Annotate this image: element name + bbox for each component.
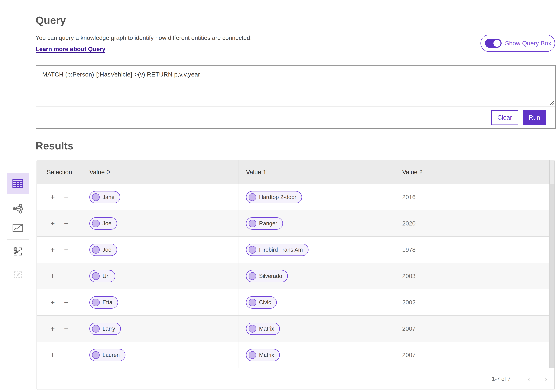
query-description: You can query a knowledge graph to ident…	[35, 34, 252, 41]
learn-more-link[interactable]: Learn more about Query	[35, 46, 105, 52]
add-to-selection-button[interactable]: +	[49, 219, 56, 228]
entity-pill[interactable]: Civic	[246, 296, 277, 309]
node-icon	[249, 272, 256, 280]
add-to-selection-button[interactable]: +	[49, 325, 56, 333]
entity-pill[interactable]: Uri	[89, 270, 115, 282]
entity-label: Firebird Trans Am	[259, 247, 303, 253]
sidebar-divider	[7, 240, 29, 240]
table-row: + − Lauren Matrix 2007	[37, 342, 554, 368]
value1-cell: Ranger	[239, 210, 395, 236]
table-row: + − Joe Firebird Trans Am 1978	[37, 236, 554, 263]
value0-cell: Lauren	[82, 342, 239, 368]
remove-from-selection-button[interactable]: −	[63, 219, 70, 228]
column-header-value0: Value 0	[82, 160, 239, 184]
query-actions: Clear Run	[36, 107, 555, 128]
entity-pill[interactable]: Joe	[89, 244, 117, 256]
entity-label: Larry	[103, 325, 115, 332]
entity-pill[interactable]: Larry	[89, 323, 121, 335]
node-icon	[92, 246, 100, 254]
entity-pill[interactable]: Ranger	[246, 217, 283, 230]
toggle-knob	[493, 40, 500, 47]
run-button[interactable]: Run	[523, 110, 546, 125]
remove-from-selection-button[interactable]: −	[63, 298, 70, 307]
value1-cell: Firebird Trans Am	[239, 237, 395, 263]
toggle-label: Show Query Box	[505, 40, 551, 47]
entity-label: Etta	[103, 299, 112, 306]
add-to-selection-button[interactable]: +	[49, 298, 56, 307]
results-title: Results	[35, 140, 73, 152]
selection-cell: + −	[37, 263, 82, 289]
query-title: Query	[35, 14, 66, 26]
value0-cell: Larry	[82, 316, 239, 342]
query-editor[interactable]: MATCH (p:Person)-[:HasVehicle]->(v) RETU…	[36, 66, 555, 107]
entity-pill[interactable]: Firebird Trans Am	[246, 244, 308, 256]
value1-cell: Silverado	[239, 263, 395, 289]
vertical-scrollbar[interactable]	[549, 184, 554, 368]
link-chart-view-icon[interactable]	[7, 201, 29, 216]
value2-cell: 2007	[395, 342, 549, 368]
add-to-selection-button[interactable]: +	[49, 272, 56, 280]
add-to-selection-button[interactable]: +	[49, 193, 56, 201]
table-view-icon[interactable]	[7, 173, 29, 194]
value1-cell: Civic	[239, 289, 395, 315]
entity-label: Silverado	[259, 273, 282, 279]
next-page-icon[interactable]: ›	[543, 375, 549, 383]
value0-cell: Jane	[82, 184, 239, 210]
value1-cell: Matrix	[239, 342, 395, 368]
node-icon	[249, 193, 256, 201]
resize-handle-icon[interactable]	[547, 99, 554, 106]
toggle-switch-icon[interactable]	[485, 39, 502, 48]
show-query-box-toggle[interactable]: Show Query Box	[480, 35, 555, 52]
value1-cell: Matrix	[239, 316, 395, 342]
node-icon	[249, 220, 256, 227]
year-value: 2016	[402, 194, 416, 200]
remove-from-selection-button[interactable]: −	[63, 245, 70, 254]
entity-pill[interactable]: Silverado	[246, 270, 288, 282]
node-icon	[249, 325, 256, 333]
entity-pill[interactable]: Matrix	[246, 323, 280, 335]
value0-cell: Joe	[82, 210, 239, 236]
table-body: + − Jane Hardtop 2-door 2016 + −	[37, 184, 554, 368]
query-text: MATCH (p:Person)-[:HasVehicle]->(v) RETU…	[42, 71, 200, 78]
remove-from-selection-button[interactable]: −	[63, 351, 70, 359]
entity-label: Matrix	[259, 352, 274, 358]
remove-from-selection-button[interactable]: −	[63, 193, 70, 201]
entity-pill[interactable]: Hardtop 2-door	[246, 191, 302, 203]
entity-pill[interactable]: Jane	[89, 191, 120, 203]
add-to-selection-icon	[7, 267, 29, 282]
table-row: + − Etta Civic 2002	[37, 289, 554, 315]
entity-pill[interactable]: Joe	[89, 217, 117, 230]
node-icon	[92, 220, 100, 227]
entity-pill[interactable]: Etta	[89, 296, 118, 309]
column-header-value1: Value 1	[239, 160, 395, 184]
table-footer: 1-7 of 7 ‹ ›	[37, 368, 554, 390]
entity-pill[interactable]: Matrix	[246, 349, 280, 361]
year-value: 2007	[402, 325, 416, 332]
add-to-selection-button[interactable]: +	[49, 245, 56, 254]
entity-pill[interactable]: Lauren	[89, 349, 125, 361]
node-icon	[249, 246, 256, 254]
remove-from-selection-button[interactable]: −	[63, 325, 70, 333]
selection-cell: + −	[37, 289, 82, 315]
entity-label: Joe	[103, 247, 111, 253]
entity-label: Uri	[103, 273, 110, 279]
results-table: Selection Value 0 Value 1 Value 2 + − Ja…	[36, 160, 555, 390]
value2-cell: 2003	[395, 263, 549, 289]
table-header: Selection Value 0 Value 1 Value 2	[37, 160, 554, 184]
entity-label: Matrix	[259, 325, 274, 332]
selection-cell: + −	[37, 342, 82, 368]
table-row: + − Uri Silverado 2003	[37, 263, 554, 289]
node-icon	[92, 193, 100, 201]
year-value: 2002	[402, 299, 416, 306]
value2-cell: 2007	[395, 316, 549, 342]
add-to-link-chart-icon[interactable]	[7, 244, 29, 259]
previous-page-icon[interactable]: ‹	[526, 375, 532, 383]
year-value: 1978	[402, 246, 416, 253]
value2-cell: 2002	[395, 289, 549, 315]
view-sidebar	[7, 173, 29, 282]
remove-from-selection-button[interactable]: −	[63, 272, 70, 280]
table-row: + − Larry Matrix 2007	[37, 315, 554, 342]
clear-button[interactable]: Clear	[491, 110, 518, 125]
add-to-selection-button[interactable]: +	[49, 351, 56, 359]
map-view-icon[interactable]	[7, 220, 29, 235]
